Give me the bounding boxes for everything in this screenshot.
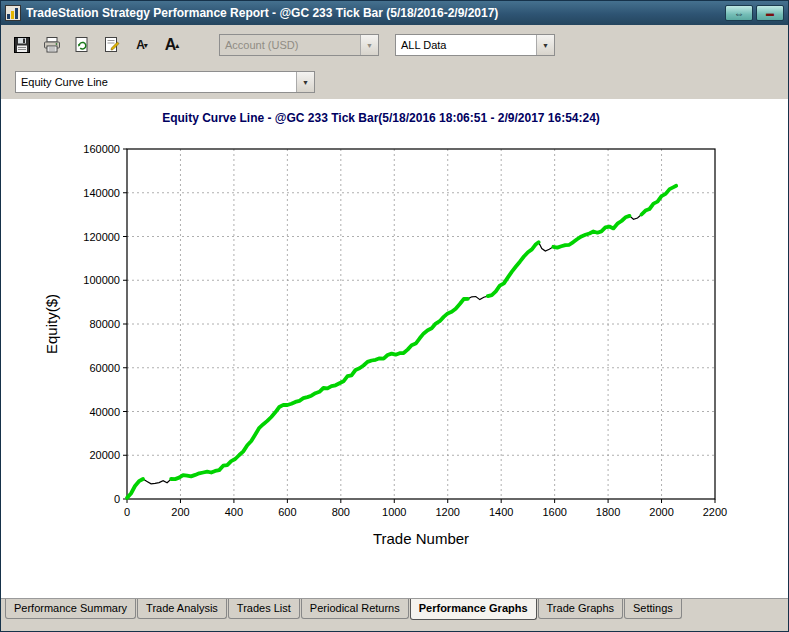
window-minimize-button[interactable]: ▬ [756,5,784,21]
svg-text:100000: 100000 [83,274,120,286]
refresh-report-button[interactable] [69,32,95,58]
font-increase-button[interactable]: A▴ [159,32,185,58]
svg-text:2200: 2200 [703,506,727,518]
report-panel: Equity Curve Line - @GC 233 Tick Bar(5/1… [1,99,788,598]
svg-text:20000: 20000 [89,449,120,461]
graph-selector-row: Equity Curve Line ▼ [1,65,788,99]
chevron-down-icon[interactable]: ▼ [296,72,314,92]
save-button[interactable] [9,32,35,58]
window-title: TradeStation Strategy Performance Report… [26,6,719,20]
svg-text:160000: 160000 [83,143,120,155]
edit-report-icon [102,35,122,55]
account-combo-value: Account (USD) [220,39,360,51]
svg-text:400: 400 [225,506,243,518]
tab-performance-summary[interactable]: Performance Summary [5,599,136,619]
svg-text:1600: 1600 [542,506,566,518]
print-button[interactable] [39,32,65,58]
equity-chart-svg: 0200400600800100012001400160018002000220… [15,139,755,557]
toolbar: A▾ A▴ Account (USD) ▼ ALL Data ▼ [1,25,788,65]
svg-text:0: 0 [114,493,120,505]
svg-text:1800: 1800 [596,506,620,518]
svg-text:2000: 2000 [649,506,673,518]
window-controls: ⇔ ▬ [725,5,784,21]
graph-type-combo-value: Equity Curve Line [16,76,296,88]
svg-text:1000: 1000 [382,506,406,518]
chevron-down-icon[interactable]: ▼ [536,35,554,55]
refresh-report-icon [72,35,92,55]
svg-text:60000: 60000 [89,362,120,374]
svg-text:140000: 140000 [83,187,120,199]
svg-text:0: 0 [124,506,130,518]
tab-periodical-returns[interactable]: Periodical Returns [301,599,409,619]
svg-text:800: 800 [332,506,350,518]
tab-performance-graphs[interactable]: Performance Graphs [410,599,537,620]
print-icon [42,35,62,55]
account-combo: Account (USD) ▼ [219,34,379,56]
tab-trades-list[interactable]: Trades List [228,599,300,619]
chevron-down-icon: ▼ [360,35,378,55]
chart-title: Equity Curve Line - @GC 233 Tick Bar(5/1… [1,111,761,125]
title-bar: TradeStation Strategy Performance Report… [1,1,788,25]
save-icon [12,35,32,55]
svg-text:Equity($): Equity($) [43,294,60,354]
svg-text:80000: 80000 [89,318,120,330]
svg-text:1400: 1400 [489,506,513,518]
svg-text:600: 600 [278,506,296,518]
tab-settings[interactable]: Settings [624,599,682,619]
data-range-combo[interactable]: ALL Data ▼ [395,34,555,56]
font-decrease-button[interactable]: A▾ [129,32,155,58]
app-icon [5,5,21,21]
tab-trade-analysis[interactable]: Trade Analysis [137,599,227,619]
tab-bar: Performance SummaryTrade AnalysisTrades … [1,598,788,621]
svg-text:200: 200 [171,506,189,518]
svg-text:Trade Number: Trade Number [373,530,469,547]
window-bottom-edge [1,621,788,631]
svg-text:120000: 120000 [83,231,120,243]
graph-type-combo[interactable]: Equity Curve Line ▼ [15,71,315,93]
app-window: TradeStation Strategy Performance Report… [0,0,789,632]
svg-text:40000: 40000 [89,406,120,418]
svg-text:1200: 1200 [435,506,459,518]
edit-report-button[interactable] [99,32,125,58]
window-resize-button[interactable]: ⇔ [725,5,753,21]
tab-trade-graphs[interactable]: Trade Graphs [538,599,623,619]
data-range-combo-value: ALL Data [396,39,536,51]
